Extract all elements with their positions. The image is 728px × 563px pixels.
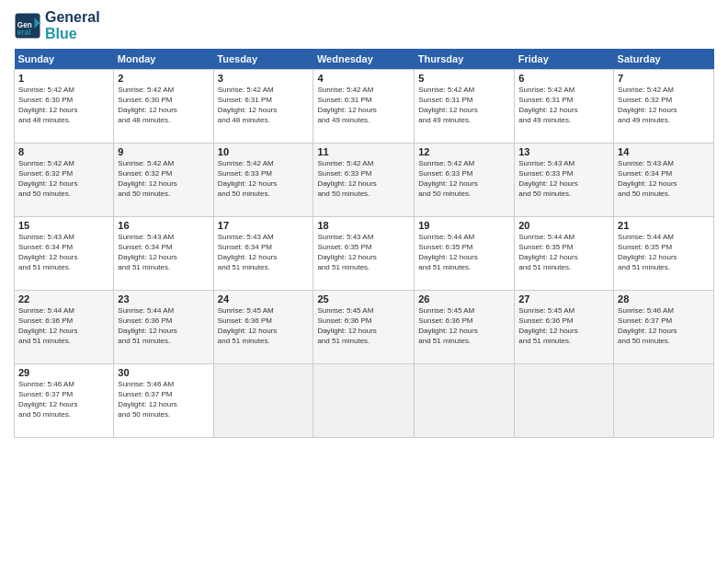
day-cell bbox=[213, 364, 313, 438]
day-cell: 11Sunrise: 5:42 AM Sunset: 6:33 PM Dayli… bbox=[313, 144, 415, 217]
logo-name: General bbox=[45, 9, 100, 26]
day-cell: 26Sunrise: 5:45 AM Sunset: 6:36 PM Dayli… bbox=[415, 291, 515, 364]
day-number: 18 bbox=[317, 220, 410, 231]
day-cell: 14Sunrise: 5:43 AM Sunset: 6:34 PM Dayli… bbox=[614, 144, 714, 217]
day-info: Sunrise: 5:44 AM Sunset: 6:35 PM Dayligh… bbox=[418, 233, 510, 272]
day-cell: 5Sunrise: 5:42 AM Sunset: 6:31 PM Daylig… bbox=[415, 70, 515, 144]
day-info: Sunrise: 5:46 AM Sunset: 6:37 PM Dayligh… bbox=[118, 380, 209, 419]
weekday-sunday: Sunday bbox=[15, 49, 114, 70]
logo-icon: Gen eral bbox=[14, 12, 41, 40]
weekday-friday: Friday bbox=[515, 49, 614, 70]
day-cell bbox=[614, 364, 714, 438]
day-number: 27 bbox=[518, 293, 609, 304]
day-info: Sunrise: 5:42 AM Sunset: 6:32 PM Dayligh… bbox=[618, 86, 710, 125]
day-number: 24 bbox=[218, 293, 310, 304]
day-info: Sunrise: 5:42 AM Sunset: 6:31 PM Dayligh… bbox=[518, 86, 609, 125]
week-row-1: 1Sunrise: 5:42 AM Sunset: 6:30 PM Daylig… bbox=[15, 70, 714, 144]
day-cell: 30Sunrise: 5:46 AM Sunset: 6:37 PM Dayli… bbox=[114, 364, 213, 438]
day-number: 5 bbox=[418, 73, 510, 84]
day-info: Sunrise: 5:45 AM Sunset: 6:36 PM Dayligh… bbox=[518, 306, 609, 346]
day-cell: 10Sunrise: 5:42 AM Sunset: 6:33 PM Dayli… bbox=[213, 144, 313, 217]
weekday-monday: Monday bbox=[114, 49, 213, 70]
day-cell: 20Sunrise: 5:44 AM Sunset: 6:35 PM Dayli… bbox=[515, 217, 614, 291]
day-cell: 9Sunrise: 5:42 AM Sunset: 6:32 PM Daylig… bbox=[114, 144, 213, 217]
day-cell: 2Sunrise: 5:42 AM Sunset: 6:30 PM Daylig… bbox=[114, 70, 213, 144]
logo-blue: Blue bbox=[45, 26, 100, 42]
day-number: 17 bbox=[218, 220, 310, 231]
day-cell: 15Sunrise: 5:43 AM Sunset: 6:34 PM Dayli… bbox=[15, 217, 114, 291]
day-cell: 12Sunrise: 5:42 AM Sunset: 6:33 PM Dayli… bbox=[415, 144, 515, 217]
day-info: Sunrise: 5:42 AM Sunset: 6:30 PM Dayligh… bbox=[18, 86, 109, 125]
day-info: Sunrise: 5:46 AM Sunset: 6:37 PM Dayligh… bbox=[18, 380, 109, 419]
day-number: 8 bbox=[18, 146, 109, 157]
day-number: 11 bbox=[317, 146, 410, 157]
day-info: Sunrise: 5:44 AM Sunset: 6:35 PM Dayligh… bbox=[518, 233, 609, 272]
day-cell: 6Sunrise: 5:42 AM Sunset: 6:31 PM Daylig… bbox=[515, 70, 614, 144]
weekday-header-row: SundayMondayTuesdayWednesdayThursdayFrid… bbox=[15, 49, 714, 70]
day-cell: 24Sunrise: 5:45 AM Sunset: 6:36 PM Dayli… bbox=[213, 291, 313, 364]
day-cell: 19Sunrise: 5:44 AM Sunset: 6:35 PM Dayli… bbox=[415, 217, 515, 291]
day-info: Sunrise: 5:42 AM Sunset: 6:30 PM Dayligh… bbox=[118, 86, 209, 125]
day-number: 20 bbox=[518, 220, 609, 231]
weekday-tuesday: Tuesday bbox=[213, 49, 313, 70]
day-info: Sunrise: 5:45 AM Sunset: 6:36 PM Dayligh… bbox=[317, 306, 410, 346]
day-info: Sunrise: 5:45 AM Sunset: 6:36 PM Dayligh… bbox=[418, 306, 510, 346]
day-cell bbox=[313, 364, 415, 438]
day-number: 7 bbox=[618, 73, 710, 84]
week-row-2: 8Sunrise: 5:42 AM Sunset: 6:32 PM Daylig… bbox=[15, 144, 714, 217]
day-number: 12 bbox=[418, 146, 510, 157]
day-number: 14 bbox=[618, 146, 710, 157]
weekday-thursday: Thursday bbox=[415, 49, 515, 70]
day-info: Sunrise: 5:43 AM Sunset: 6:34 PM Dayligh… bbox=[618, 159, 710, 199]
day-info: Sunrise: 5:42 AM Sunset: 6:31 PM Dayligh… bbox=[418, 86, 510, 125]
day-cell: 29Sunrise: 5:46 AM Sunset: 6:37 PM Dayli… bbox=[15, 364, 114, 438]
day-number: 29 bbox=[18, 367, 109, 378]
day-number: 13 bbox=[518, 146, 609, 157]
day-info: Sunrise: 5:44 AM Sunset: 6:36 PM Dayligh… bbox=[118, 306, 209, 346]
logo: Gen eral General Blue bbox=[14, 9, 100, 41]
day-info: Sunrise: 5:42 AM Sunset: 6:31 PM Dayligh… bbox=[317, 86, 410, 125]
day-info: Sunrise: 5:44 AM Sunset: 6:36 PM Dayligh… bbox=[18, 306, 109, 346]
day-cell: 27Sunrise: 5:45 AM Sunset: 6:36 PM Dayli… bbox=[515, 291, 614, 364]
day-info: Sunrise: 5:43 AM Sunset: 6:34 PM Dayligh… bbox=[118, 233, 209, 272]
day-info: Sunrise: 5:43 AM Sunset: 6:33 PM Dayligh… bbox=[518, 159, 609, 199]
day-info: Sunrise: 5:43 AM Sunset: 6:34 PM Dayligh… bbox=[18, 233, 109, 272]
day-cell bbox=[515, 364, 614, 438]
week-row-3: 15Sunrise: 5:43 AM Sunset: 6:34 PM Dayli… bbox=[15, 217, 714, 291]
day-number: 3 bbox=[218, 73, 310, 84]
day-number: 2 bbox=[118, 73, 209, 84]
week-row-5: 29Sunrise: 5:46 AM Sunset: 6:37 PM Dayli… bbox=[15, 364, 714, 438]
day-cell: 8Sunrise: 5:42 AM Sunset: 6:32 PM Daylig… bbox=[15, 144, 114, 217]
day-info: Sunrise: 5:43 AM Sunset: 6:34 PM Dayligh… bbox=[218, 233, 310, 272]
day-number: 19 bbox=[418, 220, 510, 231]
day-number: 4 bbox=[317, 73, 410, 84]
day-cell: 16Sunrise: 5:43 AM Sunset: 6:34 PM Dayli… bbox=[114, 217, 213, 291]
day-cell: 7Sunrise: 5:42 AM Sunset: 6:32 PM Daylig… bbox=[614, 70, 714, 144]
day-info: Sunrise: 5:42 AM Sunset: 6:33 PM Dayligh… bbox=[317, 159, 410, 199]
day-number: 16 bbox=[118, 220, 209, 231]
day-cell: 18Sunrise: 5:43 AM Sunset: 6:35 PM Dayli… bbox=[313, 217, 415, 291]
day-number: 6 bbox=[518, 73, 609, 84]
day-number: 23 bbox=[118, 293, 209, 304]
day-number: 22 bbox=[18, 293, 109, 304]
day-cell: 21Sunrise: 5:44 AM Sunset: 6:35 PM Dayli… bbox=[614, 217, 714, 291]
day-cell: 13Sunrise: 5:43 AM Sunset: 6:33 PM Dayli… bbox=[515, 144, 614, 217]
day-cell bbox=[415, 364, 515, 438]
day-number: 21 bbox=[618, 220, 710, 231]
day-info: Sunrise: 5:43 AM Sunset: 6:35 PM Dayligh… bbox=[317, 233, 410, 272]
day-number: 25 bbox=[317, 293, 410, 304]
header: Gen eral General Blue bbox=[14, 9, 714, 41]
day-number: 9 bbox=[118, 146, 209, 157]
week-row-4: 22Sunrise: 5:44 AM Sunset: 6:36 PM Dayli… bbox=[15, 291, 714, 364]
day-cell: 3Sunrise: 5:42 AM Sunset: 6:31 PM Daylig… bbox=[213, 70, 313, 144]
day-cell: 28Sunrise: 5:46 AM Sunset: 6:37 PM Dayli… bbox=[614, 291, 714, 364]
weekday-saturday: Saturday bbox=[614, 49, 714, 70]
day-cell: 4Sunrise: 5:42 AM Sunset: 6:31 PM Daylig… bbox=[313, 70, 415, 144]
day-info: Sunrise: 5:42 AM Sunset: 6:32 PM Dayligh… bbox=[118, 159, 209, 199]
day-info: Sunrise: 5:42 AM Sunset: 6:32 PM Dayligh… bbox=[18, 159, 109, 199]
page: Gen eral General Blue SundayMondayTuesda… bbox=[0, 0, 728, 563]
day-number: 1 bbox=[18, 73, 109, 84]
day-number: 15 bbox=[18, 220, 109, 231]
weekday-wednesday: Wednesday bbox=[313, 49, 415, 70]
day-info: Sunrise: 5:46 AM Sunset: 6:37 PM Dayligh… bbox=[618, 306, 710, 346]
